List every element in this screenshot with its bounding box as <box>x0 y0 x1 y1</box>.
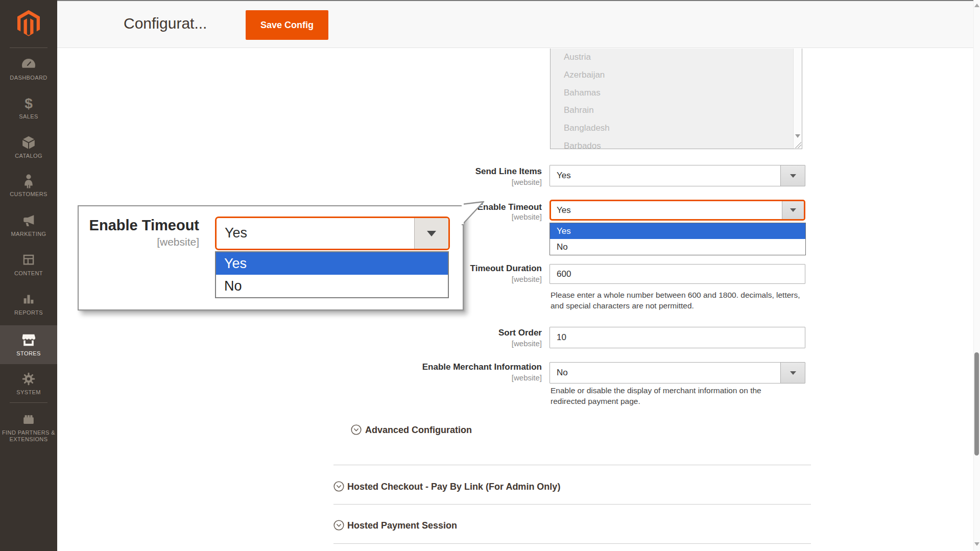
enable-merchant-information-label: Enable Merchant Information <box>357 362 542 372</box>
magnifier-option-yes: Yes <box>216 252 448 275</box>
send-line-items-select[interactable]: Yes <box>549 165 805 186</box>
sidebar-item-label: CATALOG <box>0 153 57 159</box>
sidebar-item-reports[interactable]: REPORTS <box>0 288 57 320</box>
page-title: Configurat... <box>124 15 207 32</box>
scrollbar-down-arrow-icon[interactable] <box>974 542 979 546</box>
dropdown-arrow-icon[interactable] <box>782 201 804 219</box>
sidebar-item-label: MARKETING <box>0 231 57 237</box>
merchant-note-line2: redirected payment page. <box>551 396 816 406</box>
send-line-items-scope: [website] <box>357 178 542 186</box>
sidebar-item-label: FIND PARTNERS & EXTENSIONS <box>0 429 57 443</box>
enable-timeout-dropdown: Yes No <box>549 223 806 255</box>
dropdown-arrow-icon[interactable] <box>780 165 805 186</box>
section-divider <box>333 543 811 544</box>
country-option: Bangladesh <box>551 119 802 137</box>
country-option: Bahrain <box>551 102 802 119</box>
sidebar-item-label: DASHBOARD <box>0 75 57 81</box>
dashboard-icon <box>0 57 57 73</box>
sort-order-input[interactable]: 10 <box>549 327 805 348</box>
enable-merchant-information-select[interactable]: No <box>549 362 805 384</box>
magento-admin-window: DASHBOARD$SALESCATALOGCUSTOMERSMARKETING… <box>0 0 980 551</box>
admin-sidebar: DASHBOARD$SALESCATALOGCUSTOMERSMARKETING… <box>0 0 57 551</box>
magnifier-option-no: No <box>216 275 448 297</box>
sidebar-item-label: REPORTS <box>0 309 57 316</box>
country-option: Austria <box>551 49 802 66</box>
sort-order-value: 10 <box>557 332 566 342</box>
sidebar-divider-2 <box>10 402 47 403</box>
enable-merchant-information-value: No <box>557 368 568 377</box>
resize-grip-icon[interactable] <box>795 141 801 148</box>
page-header: Configurat... Save Config <box>57 1 980 48</box>
sidebar-item-system[interactable]: SYSTEM <box>0 367 57 399</box>
sales-icon: $ <box>0 95 57 112</box>
allowed-countries-multiselect[interactable]: AustriaAzerbaijanBahamasBahrainBanglades… <box>550 49 802 149</box>
timeout-duration-input[interactable]: 600 <box>549 264 805 284</box>
timeout-duration-note-line2: and special characters are not permitted… <box>551 300 816 311</box>
section-hosted-checkout[interactable]: Hosted Checkout - Pay By Link (For Admin… <box>347 481 560 493</box>
chevron-down-circle-icon[interactable] <box>351 424 362 435</box>
save-config-button[interactable]: Save Config <box>246 10 328 40</box>
sort-order-scope: [website] <box>357 339 542 348</box>
magnifier-enable-timeout-label: Enable Timeout <box>86 217 199 234</box>
country-option: Bahamas <box>551 84 802 102</box>
sidebar-item-label: CONTENT <box>0 270 57 277</box>
stores-icon <box>0 332 57 349</box>
dropdown-option-no[interactable]: No <box>550 239 805 255</box>
sidebar-item-stores[interactable]: STORES <box>0 325 57 364</box>
sidebar-item-sales[interactable]: $SALES <box>0 91 57 121</box>
sidebar-item-label: CUSTOMERS <box>0 191 57 198</box>
extensions-icon <box>0 412 57 428</box>
sidebar-divider <box>10 47 47 48</box>
content-icon <box>0 252 57 269</box>
enable-merchant-information-scope: [website] <box>357 373 542 382</box>
system-icon <box>0 371 57 388</box>
customers-icon <box>0 173 57 189</box>
magnifier-scope: [website] <box>86 236 199 248</box>
send-line-items-label: Send Line Items <box>357 166 542 177</box>
multiselect-scrollbar[interactable] <box>793 49 802 149</box>
scrollbar-up-arrow-icon[interactable] <box>974 4 979 7</box>
sidebar-item-label: STORES <box>0 350 57 357</box>
chevron-down-circle-icon[interactable] <box>333 481 344 492</box>
section-divider <box>333 504 811 505</box>
section-hosted-payment-session[interactable]: Hosted Payment Session <box>347 519 457 532</box>
dropdown-arrow-icon[interactable] <box>780 363 805 383</box>
merchant-note-line1: Enable or disable the display of merchan… <box>551 385 816 396</box>
catalog-icon <box>0 135 57 151</box>
magnifier-select-value: Yes <box>225 225 247 241</box>
enable-timeout-value: Yes <box>557 205 571 215</box>
section-divider <box>333 465 811 465</box>
magnifier-select: Yes <box>215 217 450 250</box>
timeout-duration-note-line1: Please enter a whole number between 600 … <box>551 290 816 300</box>
sidebar-item-customers[interactable]: CUSTOMERS <box>0 169 57 200</box>
country-options: AustriaAzerbaijanBahamasBahrainBanglades… <box>551 49 802 149</box>
svg-text:$: $ <box>25 95 33 111</box>
country-option: Barbados <box>551 137 802 149</box>
timeout-duration-value: 600 <box>557 269 571 279</box>
sidebar-item-dashboard[interactable]: DASHBOARD <box>0 53 57 82</box>
page-scrollbar-thumb[interactable] <box>974 352 979 456</box>
enable-timeout-select[interactable]: Yes <box>549 200 805 221</box>
chevron-down-circle-icon[interactable] <box>333 520 344 531</box>
magento-logo-icon[interactable] <box>17 10 40 37</box>
sidebar-item-content[interactable]: CONTENT <box>0 248 57 280</box>
send-line-items-value: Yes <box>557 171 571 180</box>
country-option: Azerbaijan <box>551 66 802 84</box>
reports-icon <box>0 292 57 308</box>
section-advanced-configuration[interactable]: Advanced Configuration <box>365 424 472 436</box>
sidebar-item-marketing[interactable]: MARKETING <box>0 209 57 239</box>
scroll-down-arrow-icon[interactable] <box>795 134 800 138</box>
magnifier-pointer-tail <box>462 201 486 226</box>
page-scrollbar[interactable] <box>973 0 980 551</box>
sort-order-label: Sort Order <box>357 328 542 338</box>
sidebar-item-catalog[interactable]: CATALOG <box>0 131 57 160</box>
sidebar-item-find-partners[interactable]: FIND PARTNERS & EXTENSIONS <box>0 408 57 450</box>
dropdown-option-yes[interactable]: Yes <box>550 223 805 239</box>
dropdown-arrow-icon <box>414 218 448 249</box>
magnifier-dropdown: Yes No <box>215 251 449 298</box>
sidebar-item-label: SYSTEM <box>0 389 57 396</box>
marketing-icon <box>0 213 57 229</box>
magnifier-popup: Enable Timeout [website] Yes Yes No <box>78 205 464 310</box>
sidebar-item-label: SALES <box>0 113 57 120</box>
